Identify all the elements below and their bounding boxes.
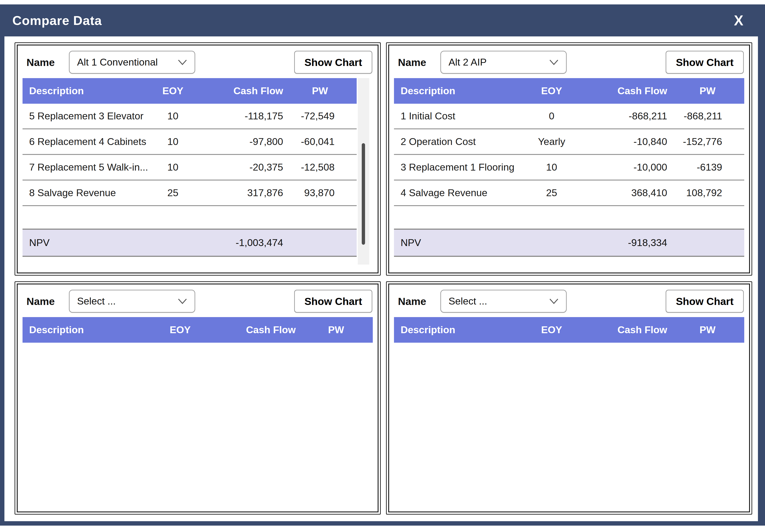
- panel-controls: Name Select ... Show Chart: [27, 290, 373, 313]
- cell-pw: 93,870: [283, 187, 357, 199]
- cell-cash-flow: -868,211: [576, 110, 667, 122]
- cell-eoy: 10: [150, 110, 196, 122]
- header-cash-flow: Cash Flow: [205, 324, 296, 336]
- panel-top-left: Name Alt 1 Conventional Show Chart Descr…: [15, 42, 381, 276]
- cell-pw: -12,508: [283, 161, 357, 173]
- panel-bottom-left-inner: Name Select ... Show Chart Description E…: [17, 284, 379, 512]
- chevron-down-icon: [549, 298, 558, 304]
- name-dropdown[interactable]: Select ...: [69, 290, 195, 313]
- cell-eoy: 25: [150, 187, 196, 199]
- table-row: 1 Initial Cost 0 -868,211 -868,211: [394, 104, 744, 129]
- show-chart-button[interactable]: Show Chart: [666, 290, 744, 313]
- npv-label: NPV: [23, 237, 150, 248]
- panel-controls: Name Select ... Show Chart: [398, 290, 744, 313]
- panel-bottom-left: Name Select ... Show Chart Description E…: [15, 281, 381, 515]
- dropdown-value: Select ...: [77, 295, 116, 307]
- panels-grid: Name Alt 1 Conventional Show Chart Descr…: [4, 36, 758, 521]
- panel-controls: Name Alt 2 AIP Show Chart: [398, 51, 744, 74]
- compare-data-window: Compare Data X Name Alt 1 Conventional S…: [0, 4, 765, 526]
- chevron-down-icon: [178, 298, 187, 304]
- cell-cash-flow: -118,175: [196, 110, 283, 122]
- cell-description: 6 Replacement 4 Cabinets: [23, 136, 150, 147]
- name-dropdown[interactable]: Select ...: [440, 290, 567, 313]
- cell-eoy: 10: [150, 161, 196, 173]
- data-table: Description EOY Cash Flow PW: [394, 317, 744, 343]
- cell-eoy: 0: [527, 110, 576, 122]
- data-table: Description EOY Cash Flow PW 1 Initial C…: [394, 78, 744, 257]
- panel-bottom-right-inner: Name Select ... Show Chart Description E…: [388, 284, 750, 512]
- cell-cash-flow: 368,410: [576, 187, 667, 199]
- cell-cash-flow: 317,876: [196, 187, 283, 199]
- chevron-down-icon: [178, 59, 187, 65]
- panel-top-right-inner: Name Alt 2 AIP Show Chart Description EO…: [388, 45, 750, 273]
- cell-description: 4 Salvage Revenue: [394, 187, 527, 199]
- close-button[interactable]: X: [734, 13, 743, 28]
- dropdown-value: Alt 1 Conventional: [77, 57, 158, 68]
- cell-pw: -6139: [667, 161, 744, 173]
- title-bar: Compare Data X: [4, 4, 758, 36]
- cell-eoy: 10: [527, 161, 576, 173]
- npv-value: -918,334: [576, 237, 667, 248]
- cell-cash-flow: -10,000: [576, 161, 667, 173]
- panel-top-left-inner: Name Alt 1 Conventional Show Chart Descr…: [17, 45, 379, 273]
- cell-pw: -152,776: [667, 136, 744, 147]
- table-header: Description EOY Cash Flow PW: [23, 317, 373, 343]
- page-title: Compare Data: [12, 13, 102, 28]
- cell-description: 1 Initial Cost: [394, 110, 527, 122]
- cell-description: 3 Replacement 1 Flooring: [394, 161, 527, 173]
- npv-row: NPV -1,003,474: [23, 229, 357, 257]
- table-header: Description EOY Cash Flow PW: [394, 317, 744, 343]
- header-eoy: EOY: [150, 85, 196, 97]
- table-row: 3 Replacement 1 Flooring 10 -10,000 -613…: [394, 155, 744, 180]
- name-label: Name: [398, 56, 426, 68]
- name-label: Name: [27, 295, 55, 307]
- data-table: Description EOY Cash Flow PW 5 Replaceme…: [23, 78, 357, 257]
- table-row: 2 Operation Cost Yearly -10,840 -152,776: [394, 129, 744, 155]
- panel-bottom-right: Name Select ... Show Chart Description E…: [386, 281, 752, 515]
- cell-description: 2 Operation Cost: [394, 136, 527, 147]
- npv-row: NPV -918,334: [394, 229, 744, 257]
- cell-eoy: 25: [527, 187, 576, 199]
- show-chart-button[interactable]: Show Chart: [666, 51, 744, 74]
- cell-pw: -72,549: [283, 110, 357, 122]
- panel-controls: Name Alt 1 Conventional Show Chart: [27, 51, 373, 74]
- table-row: 8 Salvage Revenue 25 317,876 93,870: [23, 180, 357, 206]
- dropdown-value: Alt 2 AIP: [448, 57, 487, 68]
- header-pw: PW: [296, 324, 373, 336]
- table-row: 5 Replacement 3 Elevator 10 -118,175 -72…: [23, 104, 357, 129]
- cell-pw: -868,211: [667, 110, 744, 122]
- data-table: Description EOY Cash Flow PW: [23, 317, 373, 343]
- dropdown-value: Select ...: [448, 295, 487, 307]
- cell-eoy: 10: [150, 136, 196, 147]
- npv-value: -1,003,474: [196, 237, 283, 248]
- cell-cash-flow: -20,375: [196, 161, 283, 173]
- cell-pw: 108,792: [667, 187, 744, 199]
- header-description: Description: [23, 85, 150, 97]
- cell-cash-flow: -97,800: [196, 136, 283, 147]
- chevron-down-icon: [549, 59, 558, 65]
- header-description: Description: [23, 324, 156, 336]
- scrollbar-track[interactable]: [358, 78, 369, 265]
- cell-description: 5 Replacement 3 Elevator: [23, 110, 150, 122]
- cell-pw: -60,041: [283, 136, 357, 147]
- header-cash-flow: Cash Flow: [576, 324, 667, 336]
- table-row: 6 Replacement 4 Cabinets 10 -97,800 -60,…: [23, 129, 357, 155]
- name-label: Name: [398, 295, 426, 307]
- header-cash-flow: Cash Flow: [196, 85, 283, 97]
- scrollbar-thumb[interactable]: [362, 143, 365, 245]
- header-pw: PW: [667, 85, 744, 97]
- show-chart-button[interactable]: Show Chart: [294, 51, 373, 74]
- npv-label: NPV: [394, 237, 527, 248]
- table-row: 7 Replacement 5 Walk-in... 10 -20,375 -1…: [23, 155, 357, 180]
- name-dropdown[interactable]: Alt 1 Conventional: [69, 51, 195, 74]
- header-description: Description: [394, 324, 527, 336]
- panel-top-right: Name Alt 2 AIP Show Chart Description EO…: [386, 42, 752, 276]
- header-pw: PW: [283, 85, 357, 97]
- cell-description: 7 Replacement 5 Walk-in...: [23, 161, 150, 173]
- cell-description: 8 Salvage Revenue: [23, 187, 150, 199]
- header-cash-flow: Cash Flow: [576, 85, 667, 97]
- table-header: Description EOY Cash Flow PW: [394, 78, 744, 104]
- name-dropdown[interactable]: Alt 2 AIP: [440, 51, 567, 74]
- header-pw: PW: [667, 324, 744, 336]
- show-chart-button[interactable]: Show Chart: [294, 290, 373, 313]
